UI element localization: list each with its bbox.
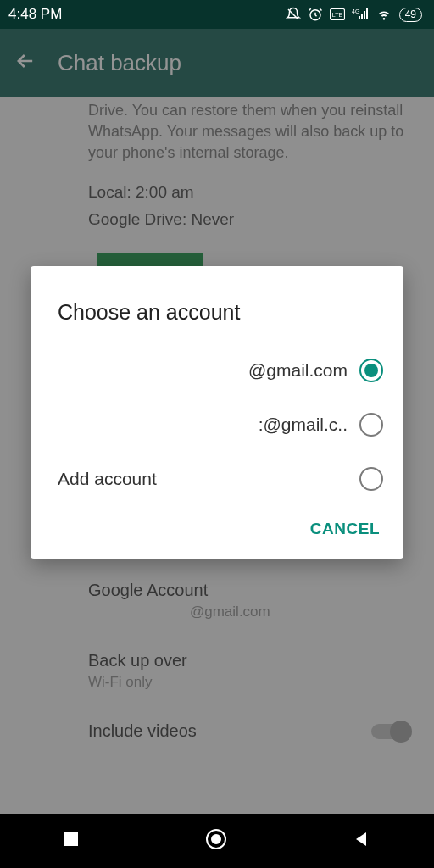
alarm-icon [308, 7, 323, 22]
dnd-icon [286, 7, 301, 22]
navigation-bar [0, 814, 434, 868]
account-option-label: :@gmail.c.. [58, 415, 359, 435]
cancel-button[interactable]: CANCEL [310, 520, 380, 538]
account-option-label: Add account [58, 469, 359, 489]
account-option-1[interactable]: :@gmail.c.. [31, 398, 403, 452]
volte-icon: LTE [330, 8, 345, 20]
account-option-add[interactable]: Add account [31, 452, 403, 506]
back-nav-icon[interactable] [353, 830, 371, 852]
radio-selected-icon [359, 359, 383, 382]
home-icon[interactable] [204, 827, 228, 854]
svg-text:4G: 4G [352, 8, 359, 14]
account-option-label: @gmail.com [58, 360, 359, 381]
signal-icon: 4G [352, 8, 369, 21]
svg-rect-5 [361, 14, 363, 19]
account-option-0[interactable]: @gmail.com [31, 343, 403, 398]
clock: 4:48 PM [8, 6, 62, 23]
svg-rect-6 [364, 11, 365, 19]
choose-account-dialog: Choose an account @gmail.com :@gmail.c..… [31, 266, 403, 559]
svg-text:LTE: LTE [331, 12, 342, 18]
dialog-actions: CANCEL [31, 506, 403, 548]
svg-rect-8 [64, 832, 78, 846]
svg-rect-7 [366, 8, 368, 19]
battery-indicator: 49 [399, 8, 422, 22]
radio-icon [359, 467, 383, 491]
wifi-icon [376, 8, 392, 21]
dialog-title: Choose an account [31, 287, 403, 343]
radio-icon [359, 413, 383, 437]
svg-point-10 [211, 834, 221, 844]
status-bar: 4:48 PM LTE 4G 49 [0, 0, 434, 29]
status-icons: LTE 4G 49 [286, 7, 422, 22]
recents-icon[interactable] [63, 831, 80, 851]
svg-rect-4 [359, 16, 360, 19]
